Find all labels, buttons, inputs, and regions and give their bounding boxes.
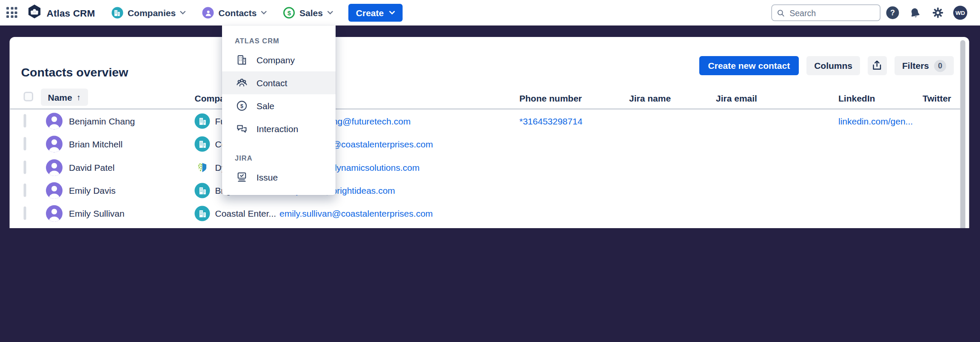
nav-contacts-label: Contacts <box>219 8 257 18</box>
table-header-row: Name ↑ Company Email Phone number Jira n… <box>10 89 960 107</box>
table-row[interactable]: Ethan Rivers ❖ecoecosystems Eco Systems … <box>10 225 960 228</box>
interaction-icon <box>235 122 249 136</box>
row-checkbox[interactable] <box>24 161 26 174</box>
nav-companies-label: Companies <box>128 8 176 18</box>
sort-ascending-icon: ↑ <box>77 93 81 102</box>
menu-item-sale[interactable]: $Sale <box>222 94 336 117</box>
user-initials: WD <box>953 6 967 20</box>
company-logo-icon <box>195 113 210 129</box>
help-button[interactable]: ? <box>886 6 900 20</box>
nav-contacts[interactable]: Contacts <box>202 7 267 19</box>
page-title: Contacts overview <box>21 65 128 79</box>
vertical-scrollbar[interactable] <box>960 40 966 229</box>
notifications-button[interactable] <box>908 6 922 20</box>
contacts-table-body: Benjamin Chang FutureTech benjamin.chang… <box>10 110 960 228</box>
column-header-phone[interactable]: Phone number <box>519 93 582 103</box>
contact-name[interactable]: Benjamin Chang <box>69 116 195 126</box>
search-input[interactable] <box>788 7 875 18</box>
contact-avatar <box>46 159 63 176</box>
row-checkbox[interactable] <box>24 137 26 151</box>
contact-name[interactable]: Emily Sullivan <box>69 209 195 219</box>
menu-item-contact[interactable]: Contact <box>222 71 336 94</box>
chevron-down-icon <box>261 11 267 15</box>
company-logo-icon <box>195 137 210 152</box>
row-checkbox[interactable] <box>24 114 26 128</box>
export-button[interactable] <box>868 56 887 75</box>
contact-name[interactable]: David Patel <box>69 162 195 172</box>
search-field[interactable] <box>772 5 881 21</box>
linkedin-link[interactable]: linkedin.com/gen... <box>838 116 923 126</box>
gear-icon <box>932 7 944 19</box>
top-navigation-bar: Atlas CRM Companies Contacts $ Sales Cre… <box>0 0 980 25</box>
table-row[interactable]: Emily Davis Bright Ideas L... emily.davi… <box>10 179 960 202</box>
filters-button[interactable]: Filters 0 <box>895 56 954 75</box>
sale-icon: $ <box>235 99 249 113</box>
phone-link[interactable]: *316453298714 <box>519 116 629 126</box>
menu-item-company[interactable]: Company <box>222 48 336 71</box>
table-row[interactable]: Benjamin Chang FutureTech benjamin.chang… <box>10 110 960 133</box>
email-link[interactable]: emily.sullivan@coastalenterprises.com <box>279 209 519 219</box>
table-row[interactable]: Brian Mitchell Coastal Enter... brian.mi… <box>10 133 960 155</box>
screen: Atlas CRM Companies Contacts $ Sales Cre… <box>0 0 980 228</box>
contact-name[interactable]: Emily Davis <box>69 186 195 196</box>
company-logo-icon <box>195 160 210 175</box>
chevron-down-icon <box>180 11 186 15</box>
svg-text:$: $ <box>240 103 243 109</box>
contact-avatar <box>46 113 63 130</box>
create-dropdown-menu: ATLAS CRMCompanyContact$SaleInteractionJ… <box>222 25 336 195</box>
company-logo-icon <box>195 206 210 221</box>
contact-avatar <box>46 182 63 199</box>
contact-icon <box>235 76 249 90</box>
company-logo-icon <box>195 183 210 198</box>
contacts-overview-card: Contacts overview Create new contact Col… <box>10 37 969 228</box>
column-header-twitter[interactable]: Twitter <box>923 93 951 103</box>
page-actions: Create new contact Columns Filters 0 <box>699 56 954 75</box>
select-all-checkbox[interactable] <box>24 92 34 102</box>
nav-sales-label: Sales <box>299 8 323 18</box>
contact-avatar <box>46 205 63 222</box>
issue-icon <box>235 170 249 184</box>
row-checkbox[interactable] <box>24 184 26 197</box>
nav-sales[interactable]: $ Sales <box>283 7 333 19</box>
column-header-jira-email[interactable]: Jira email <box>716 93 757 103</box>
bell-icon <box>908 6 922 20</box>
atlas-crm-logo[interactable]: Atlas CRM <box>27 4 95 22</box>
menu-item-interaction[interactable]: Interaction <box>222 117 336 140</box>
contact-name[interactable]: Brian Mitchell <box>69 139 195 150</box>
contact-avatar <box>46 136 63 153</box>
columns-button[interactable]: Columns <box>806 56 860 75</box>
company-name[interactable]: Coastal Enter... <box>215 209 280 219</box>
menu-item-issue[interactable]: Issue <box>222 166 336 189</box>
atlas-crm-hexagon-icon <box>27 4 42 22</box>
app-title: Atlas CRM <box>47 7 95 18</box>
create-button[interactable]: Create <box>348 4 403 22</box>
menu-item-label: Contact <box>256 78 287 88</box>
column-header-linkedin[interactable]: LinkedIn <box>838 93 875 103</box>
chevron-down-icon <box>390 11 396 15</box>
row-checkbox[interactable] <box>24 206 26 220</box>
menu-item-label: Issue <box>256 172 278 182</box>
chevron-down-icon <box>327 11 333 15</box>
table-row[interactable]: David Patel Dynamic Solu... david.patel@… <box>10 156 960 179</box>
menu-section-title: ATLAS CRM <box>222 37 336 45</box>
search-icon <box>777 8 784 17</box>
share-export-icon <box>872 61 882 71</box>
app-switcher-icon[interactable] <box>6 7 18 19</box>
contacts-icon <box>202 7 214 19</box>
menu-item-label: Company <box>256 55 295 65</box>
menu-item-label: Sale <box>256 101 274 111</box>
menu-section-title: JIRA <box>222 154 336 162</box>
table-row[interactable]: Emily Sullivan Coastal Enter... emily.su… <box>10 202 960 225</box>
question-mark-icon: ? <box>886 6 899 19</box>
menu-item-label: Interaction <box>256 124 298 134</box>
sales-icon: $ <box>283 7 295 19</box>
create-new-contact-button[interactable]: Create new contact <box>699 56 799 75</box>
company-icon <box>235 53 249 67</box>
settings-button[interactable] <box>931 6 945 20</box>
companies-icon <box>111 7 123 19</box>
user-avatar[interactable]: WD <box>953 6 967 20</box>
nav-companies[interactable]: Companies <box>111 7 186 19</box>
column-header-name[interactable]: Name ↑ <box>41 89 88 106</box>
column-header-jira-name[interactable]: Jira name <box>629 93 671 103</box>
filters-label: Filters <box>902 61 929 71</box>
